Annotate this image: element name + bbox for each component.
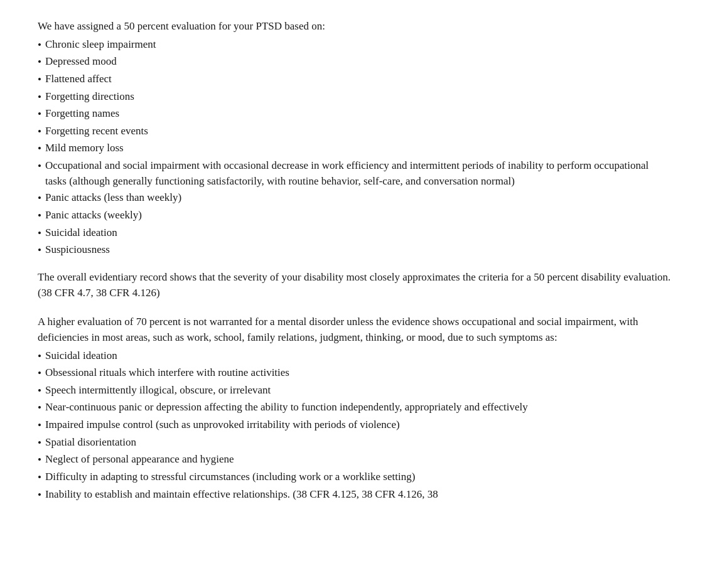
- bullet-text-70-8: Inability to establish and maintain effe…: [45, 487, 672, 503]
- bullet-item-70-5: •Spatial disorientation: [38, 435, 672, 451]
- bullet-dot: •: [38, 452, 41, 468]
- bullet-text-50-1: Depressed mood: [45, 54, 672, 70]
- bullet-text-50-4: Forgetting names: [45, 106, 672, 122]
- bullet-text-50-2: Flattened affect: [45, 72, 672, 87]
- bullet-text-50-5: Forgetting recent events: [45, 124, 672, 139]
- bullet-item-50-4: •Forgetting names: [38, 106, 672, 122]
- bullet-item-70-3: •Near-continuous panic or depression aff…: [38, 400, 672, 416]
- bullet-dot: •: [38, 208, 41, 224]
- bullet-dot: •: [38, 226, 41, 242]
- bullet-item-70-6: •Neglect of personal appearance and hygi…: [38, 452, 672, 468]
- bullet-item-70-2: •Speech intermittently illogical, obscur…: [38, 383, 672, 399]
- bullet-dot: •: [38, 90, 41, 105]
- bullet-dot: •: [38, 124, 41, 140]
- bullet-item-50-9: •Panic attacks (weekly): [38, 208, 672, 224]
- bullet-dot: •: [38, 418, 41, 434]
- bullets-50-list: •Chronic sleep impairment•Depressed mood…: [38, 37, 672, 259]
- bullet-text-70-0: Suicidal ideation: [45, 348, 672, 364]
- bullet-text-70-7: Difficulty in adapting to stressful circ…: [45, 469, 672, 485]
- bullet-dot: •: [38, 488, 41, 503]
- bullet-item-50-0: •Chronic sleep impairment: [38, 37, 672, 53]
- bullet-text-50-10: Suicidal ideation: [45, 225, 672, 241]
- bullet-dot: •: [38, 107, 41, 122]
- bullet-item-50-3: •Forgetting directions: [38, 89, 672, 105]
- bullet-item-50-8: •Panic attacks (less than weekly): [38, 190, 672, 206]
- bullet-text-50-8: Panic attacks (less than weekly): [45, 190, 672, 206]
- bullet-text-70-2: Speech intermittently illogical, obscure…: [45, 383, 672, 398]
- bullet-item-70-0: •Suicidal ideation: [38, 348, 672, 365]
- bullet-item-50-5: •Forgetting recent events: [38, 124, 672, 140]
- bullet-text-70-3: Near-continuous panic or depression affe…: [45, 400, 672, 415]
- bullet-dot: •: [38, 383, 41, 399]
- bullet-item-50-2: •Flattened affect: [38, 72, 672, 88]
- bullet-item-70-8: •Inability to establish and maintain eff…: [38, 487, 672, 503]
- bullet-text-50-0: Chronic sleep impairment: [45, 37, 672, 53]
- bullet-dot: •: [38, 159, 41, 174]
- bullet-text-50-6: Mild memory loss: [45, 141, 672, 156]
- bullet-text-50-7: Occupational and social impairment with …: [45, 158, 672, 189]
- bullet-dot: •: [38, 191, 41, 206]
- intro-paragraph: We have assigned a 50 percent evaluation…: [38, 19, 672, 35]
- bullet-dot: •: [38, 436, 41, 451]
- bullet-text-70-4: Impaired impulse control (such as unprov…: [45, 417, 672, 433]
- bullet-text-70-6: Neglect of personal appearance and hygie…: [45, 452, 672, 468]
- paragraph-2-intro: A higher evaluation of 70 percent is not…: [38, 314, 672, 345]
- bullet-text-70-1: Obsessional rituals which interfere with…: [45, 365, 672, 381]
- bullet-dot: •: [38, 366, 41, 382]
- bullet-text-70-5: Spatial disorientation: [45, 435, 672, 451]
- paragraph-1: The overall evidentiary record shows tha…: [38, 270, 672, 301]
- bullet-item-50-6: •Mild memory loss: [38, 141, 672, 157]
- bullets-70-list: •Suicidal ideation•Obsessional rituals w…: [38, 348, 672, 503]
- bullet-item-50-7: •Occupational and social impairment with…: [38, 158, 672, 189]
- bullet-dot: •: [38, 470, 41, 486]
- bullet-dot: •: [38, 38, 41, 53]
- bullet-item-50-11: •Suspiciousness: [38, 242, 672, 259]
- bullet-dot: •: [38, 55, 41, 70]
- bullet-dot: •: [38, 349, 41, 365]
- bullet-item-50-1: •Depressed mood: [38, 54, 672, 70]
- bullet-item-70-7: •Difficulty in adapting to stressful cir…: [38, 469, 672, 486]
- bullet-item-70-1: •Obsessional rituals which interfere wit…: [38, 365, 672, 382]
- bullet-dot: •: [38, 72, 41, 88]
- bullet-dot: •: [38, 141, 41, 157]
- bullet-text-50-9: Panic attacks (weekly): [45, 208, 672, 223]
- bullet-item-50-10: •Suicidal ideation: [38, 225, 672, 242]
- bullet-text-50-11: Suspiciousness: [45, 242, 672, 258]
- bullet-text-50-3: Forgetting directions: [45, 89, 672, 105]
- main-content: We have assigned a 50 percent evaluation…: [38, 19, 672, 503]
- bullet-item-70-4: •Impaired impulse control (such as unpro…: [38, 417, 672, 434]
- bullet-dot: •: [38, 400, 41, 416]
- bullet-dot: •: [38, 243, 41, 259]
